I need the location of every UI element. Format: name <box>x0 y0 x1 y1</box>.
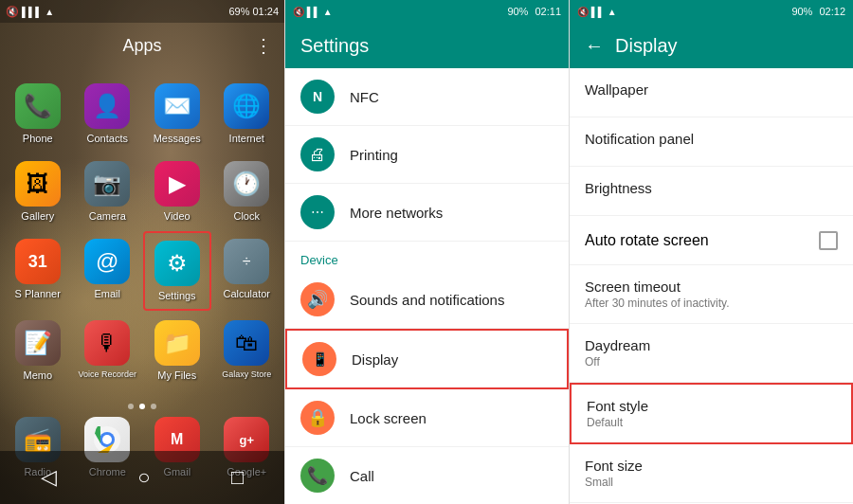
display-notification-panel[interactable]: Notification panel <box>570 117 853 167</box>
app-calculator[interactable]: ÷ Calculator <box>213 231 281 311</box>
contacts-label: Contacts <box>87 133 128 144</box>
settings-icon: ⚙ <box>154 241 200 286</box>
app-memo[interactable]: 📝 Memo <box>4 313 72 388</box>
lockscreen-icon: 🔒 <box>300 401 335 435</box>
display-screen-timeout[interactable]: Screen timeout After 30 minutes of inact… <box>570 265 853 324</box>
back-button[interactable]: ← <box>585 35 604 57</box>
more-networks-icon: ⋯ <box>300 195 335 229</box>
internet-icon: 🌐 <box>224 83 269 129</box>
app-myfiles[interactable]: 📁 My Files <box>143 313 211 388</box>
app-galaxystore[interactable]: 🛍 Galaxy Store <box>213 313 281 388</box>
home-screen: 🔇 ▌▌▌ ▲ 69% 01:24 Apps ⋮ 📞 Phone 👤 Conta… <box>0 0 284 504</box>
device-section-header: Device <box>285 242 569 271</box>
sounds-icon: 🔊 <box>300 282 335 316</box>
app-splanner[interactable]: 31 S Planner <box>4 231 72 311</box>
settings-list: N NFC 🖨 Printing ⋯ More networks Device … <box>285 68 569 504</box>
email-label: Email <box>94 288 120 299</box>
myfiles-icon: 📁 <box>154 320 200 366</box>
font-style-sub: Default <box>587 416 836 429</box>
camera-icon: 📷 <box>84 161 130 207</box>
display-battery: 90% <box>791 6 812 17</box>
gallery-label: Gallery <box>21 210 54 222</box>
splanner-icon: 31 <box>15 239 61 284</box>
home-nav-icon[interactable]: ○ <box>137 465 150 490</box>
settings-sounds[interactable]: 🔊 Sounds and notifications <box>285 271 569 329</box>
settings-status-right: 90% 02:11 <box>507 6 561 17</box>
printing-icon: 🖨 <box>300 137 335 171</box>
nfc-icon: N <box>300 80 335 114</box>
app-settings[interactable]: ⚙ Settings <box>143 231 211 311</box>
nfc-label: NFC <box>350 89 379 105</box>
app-contacts[interactable]: 👤 Contacts <box>74 76 142 152</box>
home-bottom-nav: ◁ ○ □ <box>0 451 284 504</box>
settings-lockscreen[interactable]: 🔒 Lock screen <box>285 389 569 447</box>
call-icon: 📞 <box>300 459 335 493</box>
screen-timeout-sub: After 30 minutes of inactivity. <box>585 297 838 310</box>
display-font-style[interactable]: Font style Default <box>570 383 853 444</box>
gallery-icon: 🖼 <box>15 161 61 207</box>
camera-label: Camera <box>89 210 126 222</box>
call-label: Call <box>350 468 374 484</box>
home-battery: 69% <box>228 6 249 17</box>
display-wallpaper[interactable]: Wallpaper <box>570 68 853 117</box>
back-nav-icon[interactable]: ◁ <box>41 465 57 490</box>
splanner-label: S Planner <box>15 288 61 299</box>
clock-icon: 🕐 <box>224 161 269 207</box>
calculator-label: Calculator <box>223 288 270 299</box>
daydream-label: Daydream <box>585 337 838 353</box>
galaxystore-label: Galaxy Store <box>222 369 271 379</box>
internet-label: Internet <box>229 133 264 144</box>
settings-printing[interactable]: 🖨 Printing <box>285 126 569 184</box>
display-brightness[interactable]: Brightness <box>570 167 853 216</box>
app-phone[interactable]: 📞 Phone <box>4 76 72 152</box>
app-voicerecorder[interactable]: 🎙 Voice Recorder <box>74 313 142 388</box>
app-messages[interactable]: ✉️ Messages <box>143 76 211 152</box>
settings-title: Settings <box>300 35 369 57</box>
mute-icon: 🔇 <box>6 6 19 18</box>
more-options-icon[interactable]: ⋮ <box>254 34 273 57</box>
settings-more-networks[interactable]: ⋯ More networks <box>285 184 569 242</box>
memo-label: Memo <box>23 369 52 381</box>
sounds-label: Sounds and notifications <box>350 292 504 308</box>
video-label: Video <box>164 210 191 222</box>
settings-status-left: 🔇 ▌▌ ▲ <box>293 7 333 17</box>
auto-rotate-label: Auto rotate screen <box>585 232 709 249</box>
clock-label: Clock <box>233 210 260 222</box>
settings-status-bar: 🔇 ▌▌ ▲ 90% 02:11 <box>285 0 569 23</box>
settings-nfc[interactable]: N NFC <box>285 68 569 126</box>
font-size-label: Font size <box>585 458 838 474</box>
recent-nav-icon[interactable]: □ <box>231 465 244 490</box>
home-time: 01:24 <box>252 6 279 17</box>
app-camera[interactable]: 📷 Camera <box>74 153 142 229</box>
auto-rotate-checkbox[interactable] <box>819 231 838 250</box>
myfiles-label: My Files <box>157 369 196 381</box>
display-list: Wallpaper Notification panel Brightness … <box>570 68 853 503</box>
app-gallery[interactable]: 🖼 Gallery <box>4 153 72 229</box>
display-status-left: 🔇 ▌▌ ▲ <box>577 7 617 17</box>
display-icon: 📱 <box>302 342 336 376</box>
settings-label: Settings <box>158 290 196 301</box>
settings-call[interactable]: 📞 Call <box>285 447 569 504</box>
display-font-size[interactable]: Font size Small <box>570 444 853 503</box>
display-app-bar: ← Display <box>570 23 853 68</box>
display-auto-rotate[interactable]: Auto rotate screen <box>570 216 853 265</box>
display-panel: 🔇 ▌▌ ▲ 90% 02:12 ← Display Wallpaper Not… <box>569 0 853 504</box>
settings-app-bar: Settings <box>285 23 569 68</box>
signal-icon: ▌▌▌ <box>22 7 42 17</box>
display-daydream[interactable]: Daydream Off <box>570 324 853 383</box>
phone-label: Phone <box>23 133 53 144</box>
app-email[interactable]: @ Email <box>74 231 142 311</box>
display-time: 02:12 <box>819 6 845 17</box>
settings-display[interactable]: 📱 Display <box>285 329 569 389</box>
home-status-right: 69% 01:24 <box>228 6 279 17</box>
display-label: Display <box>352 351 398 368</box>
lockscreen-label: Lock screen <box>350 410 426 426</box>
home-status-left: 🔇 ▌▌▌ ▲ <box>6 6 54 18</box>
app-video[interactable]: ▶ Video <box>143 153 211 229</box>
voicerecorder-icon: 🎙 <box>84 320 130 366</box>
video-icon: ▶ <box>154 161 200 207</box>
app-clock[interactable]: 🕐 Clock <box>213 153 281 229</box>
app-internet[interactable]: 🌐 Internet <box>213 76 281 152</box>
calculator-icon: ÷ <box>224 239 269 284</box>
notification-panel-label: Notification panel <box>585 131 838 147</box>
